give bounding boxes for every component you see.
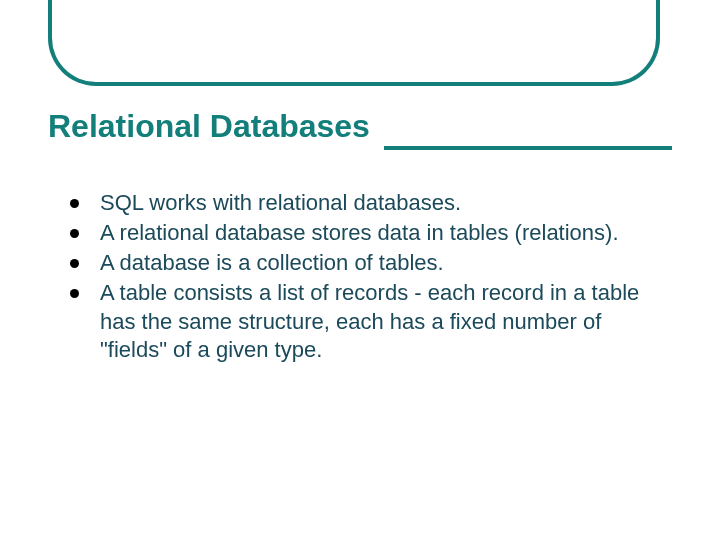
list-item: SQL works with relational databases. <box>70 189 672 217</box>
list-item: A table consists a list of records - eac… <box>70 279 672 363</box>
slide-title: Relational Databases <box>48 108 384 153</box>
bullet-list: SQL works with relational databases. A r… <box>48 189 672 364</box>
list-item: A relational database stores data in tab… <box>70 219 672 247</box>
list-item: A database is a collection of tables. <box>70 249 672 277</box>
slide-content: Relational Databases SQL works with rela… <box>0 0 720 364</box>
